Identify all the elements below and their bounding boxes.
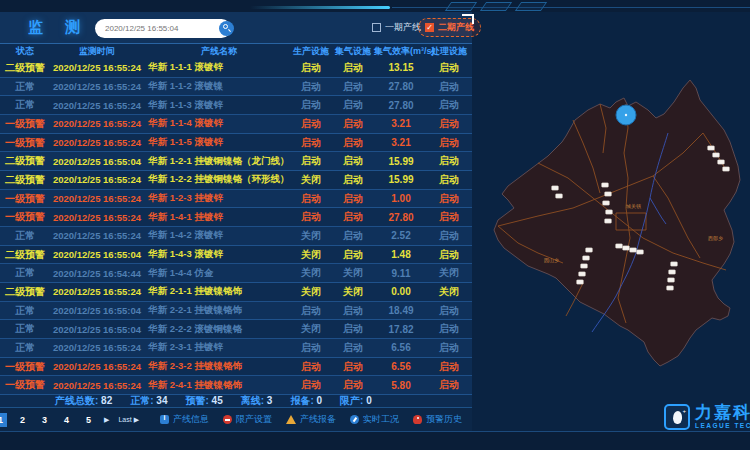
site-marker[interactable] bbox=[579, 272, 586, 276]
table-row[interactable]: 二级预警2020/12/25 16:55:24华新 1-2-2 挂镀铜镍铬（环形… bbox=[0, 171, 472, 190]
col-efficiency: 集气效率(m³/s) bbox=[374, 45, 428, 58]
site-marker[interactable] bbox=[606, 210, 613, 214]
top-decor-strip bbox=[0, 0, 750, 12]
row-status: 一级预警 bbox=[0, 117, 50, 131]
site-marker[interactable] bbox=[602, 183, 609, 187]
row-production-state: 关闭 bbox=[290, 266, 332, 280]
site-marker[interactable] bbox=[667, 286, 674, 290]
table-row[interactable]: 正常2020/12/25 16:55:04华新 2-2-2 滚镀铜镍铬关闭启动1… bbox=[0, 320, 472, 339]
phase1-checkbox[interactable]: 一期产线 bbox=[372, 21, 421, 34]
last-page-button[interactable]: Last ▶ bbox=[118, 416, 139, 424]
row-time: 2020/12/25 16:55:24 bbox=[50, 62, 144, 73]
table-row[interactable]: 一级预警2020/12/25 16:55:24华新 1-2-3 挂镀锌启动启动1… bbox=[0, 190, 472, 209]
site-marker[interactable] bbox=[623, 246, 630, 250]
row-time: 2020/12/25 16:55:24 bbox=[50, 100, 144, 111]
table-row[interactable]: 二级预警2020/12/25 16:55:24华新 1-1-1 滚镀锌启动启动1… bbox=[0, 59, 472, 78]
legend-label: 产线报备 bbox=[300, 413, 336, 426]
alert-marker-icon[interactable] bbox=[616, 105, 636, 125]
row-efficiency: 1.00 bbox=[374, 193, 428, 204]
site-marker[interactable] bbox=[581, 264, 588, 268]
site-marker[interactable] bbox=[605, 219, 612, 223]
row-time: 2020/12/25 16:55:24 bbox=[50, 380, 144, 391]
summary-item: 限产: 0 bbox=[340, 394, 372, 408]
site-marker[interactable] bbox=[723, 167, 730, 171]
site-marker[interactable] bbox=[605, 192, 612, 196]
row-production-state: 启动 bbox=[290, 136, 332, 150]
table-row[interactable]: 正常2020/12/25 16:55:24华新 1-4-2 滚镀锌关闭启动2.5… bbox=[0, 227, 472, 246]
row-efficiency: 3.21 bbox=[374, 118, 428, 129]
table-row[interactable]: 二级预警2020/12/25 16:55:04华新 1-4-3 滚镀锌关闭启动1… bbox=[0, 246, 472, 265]
row-line-name: 华新 2-2-1 挂镀镍铬饰 bbox=[144, 304, 290, 317]
col-time: 监测时间 bbox=[50, 45, 144, 58]
table-row[interactable]: 正常2020/12/25 16:55:24华新 1-1-2 滚镀镍启动启动27.… bbox=[0, 78, 472, 97]
table-row[interactable]: 一级预警2020/12/25 16:55:24华新 1-4-1 挂镀锌启动启动2… bbox=[0, 208, 472, 227]
row-gas-state: 启动 bbox=[332, 248, 374, 262]
row-gas-state: 启动 bbox=[332, 322, 374, 336]
summary-value: 3 bbox=[267, 395, 273, 406]
table-row[interactable]: 正常2020/12/25 16:55:24华新 2-3-1 挂镀锌启动启动6.5… bbox=[0, 339, 472, 358]
page-button[interactable]: 3 bbox=[38, 413, 51, 427]
table-row[interactable]: 一级预警2020/12/25 16:55:24华新 2-3-2 挂镀镍铬饰启动启… bbox=[0, 358, 472, 377]
row-line-name: 华新 1-1-3 滚镀锌 bbox=[144, 99, 290, 112]
info-square-icon bbox=[160, 415, 169, 424]
summary-bar: 产线总数: 82正常: 34预警: 45离线: 3报备: 0限产: 0 bbox=[55, 395, 472, 407]
table-row[interactable]: 一级预警2020/12/25 16:55:24华新 1-1-5 滚镀锌启动启动3… bbox=[0, 134, 472, 153]
table-row[interactable]: 二级预警2020/12/25 16:55:04华新 1-2-1 挂镀铜镍铬（龙门… bbox=[0, 152, 472, 171]
legend-ic-report[interactable]: 产线报备 bbox=[286, 413, 336, 426]
page-button[interactable]: 4 bbox=[60, 413, 73, 427]
site-marker[interactable] bbox=[583, 256, 590, 260]
site-marker[interactable] bbox=[616, 244, 623, 248]
table-row[interactable]: 二级预警2020/12/25 16:55:24华新 2-1-1 挂镀镍铬饰关闭关… bbox=[0, 283, 472, 302]
site-marker[interactable] bbox=[718, 160, 725, 164]
row-treatment-state: 关闭 bbox=[428, 285, 470, 299]
row-time: 2020/12/25 16:55:24 bbox=[50, 174, 144, 185]
row-time: 2020/12/25 16:55:24 bbox=[50, 193, 144, 204]
next-page-button[interactable]: ▶ bbox=[104, 416, 109, 424]
site-marker[interactable] bbox=[556, 194, 563, 198]
row-efficiency: 3.21 bbox=[374, 137, 428, 148]
panel-header: 监 测 一期产线 ✓ 二期产线 bbox=[0, 12, 472, 44]
site-marker[interactable] bbox=[669, 270, 676, 274]
table-row[interactable]: 一级预警2020/12/25 16:55:24华新 2-4-1 挂镀镍铬饰启动启… bbox=[0, 376, 472, 395]
row-efficiency: 9.11 bbox=[374, 268, 428, 279]
row-treatment-state: 启动 bbox=[428, 98, 470, 112]
page-button[interactable]: 2 bbox=[16, 413, 29, 427]
site-marker[interactable] bbox=[708, 146, 715, 150]
legend-label: 预警历史 bbox=[426, 413, 462, 426]
search-input[interactable] bbox=[95, 24, 219, 33]
table-row[interactable]: 一级预警2020/12/25 16:55:24华新 1-1-4 滚镀锌启动启动3… bbox=[0, 115, 472, 134]
legend-ic-realtime[interactable]: 实时工况 bbox=[350, 413, 399, 426]
site-marker[interactable] bbox=[713, 153, 720, 157]
row-treatment-state: 启动 bbox=[428, 341, 470, 355]
site-marker[interactable] bbox=[586, 248, 593, 252]
row-status: 正常 bbox=[0, 322, 50, 336]
page-button[interactable]: 5 bbox=[82, 413, 95, 427]
table-header: 状态 监测时间 产线名称 生产设施 集气设施 集气效率(m³/s) 处理设施 bbox=[0, 44, 472, 59]
row-status: 二级预警 bbox=[0, 285, 50, 299]
site-marker[interactable] bbox=[577, 280, 584, 284]
row-time: 2020/12/25 16:55:04 bbox=[50, 324, 144, 335]
page-button[interactable]: 1 bbox=[0, 413, 7, 427]
site-marker[interactable] bbox=[668, 278, 675, 282]
row-line-name: 华新 1-1-2 滚镀镍 bbox=[144, 80, 290, 93]
row-production-state: 启动 bbox=[290, 80, 332, 94]
table-row[interactable]: 正常2020/12/25 16:55:04华新 2-2-1 挂镀镍铬饰启动启动1… bbox=[0, 302, 472, 321]
city-map[interactable]: 城关镇园山乡西邵乡 bbox=[478, 58, 748, 378]
legend-ic-alarm[interactable]: 预警历史 bbox=[413, 413, 462, 426]
row-production-state: 关闭 bbox=[290, 248, 332, 262]
row-line-name: 华新 2-3-1 挂镀锌 bbox=[144, 341, 290, 354]
site-marker[interactable] bbox=[671, 262, 678, 266]
row-status: 二级预警 bbox=[0, 154, 50, 168]
row-production-state: 关闭 bbox=[290, 322, 332, 336]
pagination: 12345▶Last ▶ bbox=[0, 413, 139, 427]
legend-ic-limit[interactable]: 限产设置 bbox=[223, 413, 272, 426]
legend-ic-info[interactable]: 产线信息 bbox=[160, 413, 209, 426]
search-icon[interactable] bbox=[219, 21, 234, 36]
table-row[interactable]: 正常2020/12/25 16:54:44华新 1-4-4 仿金关闭关闭9.11… bbox=[0, 264, 472, 283]
site-marker[interactable] bbox=[552, 186, 559, 190]
table-row[interactable]: 正常2020/12/25 16:55:24华新 1-1-3 滚镀锌启动启动27.… bbox=[0, 96, 472, 115]
site-marker[interactable] bbox=[603, 201, 610, 205]
site-marker[interactable] bbox=[637, 250, 644, 254]
site-marker[interactable] bbox=[630, 248, 637, 252]
row-gas-state: 启动 bbox=[332, 360, 374, 374]
